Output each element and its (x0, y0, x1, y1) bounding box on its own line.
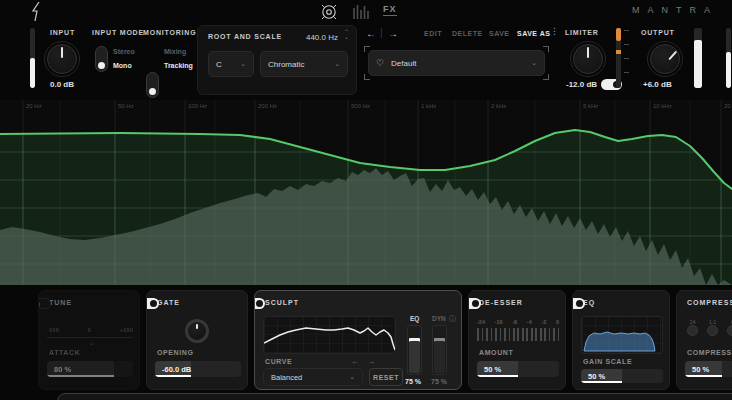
curve-next-arrow-icon[interactable]: → (367, 357, 375, 366)
input-knob[interactable] (47, 44, 77, 74)
preset-kebab-menu-icon[interactable]: ⋮ (550, 26, 559, 36)
input-mode-option-mono[interactable]: Mono (113, 62, 132, 69)
tune-range-track[interactable] (47, 337, 133, 338)
limiter-gr-meter (616, 28, 621, 88)
sculpt-dyn-slider[interactable] (432, 325, 447, 375)
output-knob[interactable] (650, 44, 680, 74)
heart-icon[interactable]: ♡ (376, 58, 384, 68)
monitoring-option-mixing[interactable]: Mixing (164, 48, 186, 55)
tuning-stepper-icon[interactable]: ⌃⌄ (344, 30, 349, 40)
output-value: +6.0 dB (643, 80, 672, 89)
sculpt-reset-button[interactable]: RESET (369, 368, 403, 386)
input-mode-option-stereo[interactable]: Stereo (113, 48, 135, 55)
curve-type-value: Balanced (271, 373, 302, 382)
preset-save-button[interactable]: SAVE (489, 30, 510, 37)
eq-toggle[interactable] (572, 298, 585, 309)
preset-edit-button[interactable]: EDIT (424, 30, 442, 37)
fx-view-icon[interactable]: FX (383, 4, 397, 16)
curve-prev-arrow-icon[interactable]: ← (351, 357, 359, 366)
deesser-gr-meter (477, 328, 559, 341)
limiter-value: -12.0 dB (566, 80, 597, 89)
meters-view-icon[interactable] (352, 4, 369, 20)
input-mode-label: INPUT MODE (92, 29, 144, 36)
sculpt-eq-slider[interactable] (407, 325, 422, 375)
sculpt-eq-label: EQ (410, 315, 419, 322)
root-note-dropdown[interactable]: C ⌄ (208, 51, 254, 77)
preset-dropdown[interactable]: ♡ Default ⌄ (368, 50, 545, 76)
gate-knob[interactable] (185, 319, 209, 343)
input-meter (30, 28, 35, 88)
tuner-view-icon[interactable] (320, 3, 338, 21)
gate-toggle[interactable] (146, 298, 159, 309)
tune-attack-slider[interactable]: 80 % (47, 361, 133, 377)
preset-next-arrow-icon[interactable]: → (388, 28, 398, 39)
limiter-knob[interactable] (573, 44, 603, 74)
tune-attack-label: ATTACK (49, 349, 80, 356)
chevron-down-icon: ⌄ (349, 373, 355, 381)
scale-dropdown[interactable]: Chromatic ⌄ (260, 51, 348, 77)
bottom-drawer-handle[interactable] (57, 393, 732, 400)
svg-text:5 kHz: 5 kHz (583, 103, 598, 109)
brand-text: MANTRA (632, 5, 718, 15)
module-deesser: DE-ESSER -24-16 -8-4 -20 AMOUNT 50 % (468, 290, 566, 390)
tune-range-caret-icon: ⌄ (89, 339, 94, 346)
svg-text:100 Hz: 100 Hz (188, 103, 207, 109)
svg-text:200 Hz: 200 Hz (258, 103, 277, 109)
deesser-toggle[interactable] (468, 298, 481, 309)
svg-text:20 Hz: 20 Hz (26, 103, 42, 109)
compressor-amount-slider[interactable]: 50 % (685, 361, 732, 377)
limiter-meter-ticks (624, 30, 630, 88)
module-eq: EQ GAIN SCALE 50 % (572, 290, 670, 390)
compressor-knob-3[interactable]: 0 (727, 319, 732, 336)
output-meter (694, 28, 702, 88)
chevron-down-icon: ⌄ (334, 60, 340, 68)
compressor-knob-1[interactable]: 24 (687, 319, 698, 336)
tune-range-scale: -1000+100 (47, 327, 133, 333)
svg-text:20 kHz: 20 kHz (724, 103, 732, 109)
chevron-down-icon: ⌄ (240, 60, 246, 68)
sculpt-title: SCULPT (265, 299, 299, 306)
preset-arrow-divider: | (380, 27, 383, 38)
root-note-value: C (216, 60, 222, 69)
svg-text:50 Hz: 50 Hz (118, 103, 134, 109)
info-icon[interactable]: ⓘ (449, 314, 456, 324)
svg-text:10 kHz: 10 kHz (653, 103, 672, 109)
chevron-down-icon: ⌄ (531, 59, 537, 67)
deesser-amount-slider[interactable]: 50 % (477, 361, 559, 377)
compressor-knob-2[interactable]: 1:1 (707, 319, 718, 336)
compressor-title: COMPRESSOR (687, 299, 732, 306)
input-mode-toggle[interactable] (95, 46, 108, 72)
plugin-window: FX MANTRA INPUT 0.0 dB INPUT MODE Stereo… (0, 0, 732, 400)
module-compressor: COMPRESSOR 24 1:1 0 COMPRESS 50 % (676, 290, 732, 390)
svg-text:2 kHz: 2 kHz (491, 103, 506, 109)
tune-title: TUNE (49, 299, 72, 306)
eq-gain-scale-slider[interactable]: 50 % (581, 369, 663, 383)
eq-curve-display[interactable] (581, 316, 663, 354)
sculpt-curve-label: CURVE (265, 358, 292, 365)
eq-gain-scale-label: GAIN SCALE (583, 358, 632, 365)
input-value: 0.0 dB (50, 80, 74, 89)
deesser-scale-labels: -24-16 -8-4 -20 (477, 319, 559, 325)
preset-save-as-button[interactable]: SAVE AS (517, 30, 550, 37)
scale-value: Chromatic (268, 60, 304, 69)
svg-text:500 Hz: 500 Hz (351, 103, 370, 109)
tune-toggle[interactable] (38, 298, 51, 309)
compressor-knobs: 24 1:1 0 (687, 319, 732, 336)
root-scale-label: ROOT AND SCALE (208, 33, 282, 40)
sculpt-curve-display[interactable] (263, 316, 396, 354)
gate-opening-slider[interactable]: -60.0 dB (155, 361, 241, 377)
compressor-amount-label: COMPRESS (687, 349, 732, 356)
preset-delete-button[interactable]: DELETE (452, 30, 483, 37)
curve-type-dropdown[interactable]: Balanced ⌄ (263, 368, 363, 386)
preset-prev-arrow-icon[interactable]: ← (366, 28, 376, 39)
monitoring-option-tracking[interactable]: Tracking (164, 62, 193, 69)
gate-opening-label: OPENING (157, 349, 193, 356)
tuning-value[interactable]: 440.0 Hz (306, 33, 338, 42)
module-sculpt: SCULPT CURVE ← → Balanced ⌄ RESET EQ DYN… (254, 290, 462, 390)
svg-text:1 kHz: 1 kHz (421, 103, 436, 109)
output-meter-right (726, 28, 731, 88)
monitoring-toggle[interactable] (146, 72, 159, 98)
module-gate: GATE OPENING -60.0 dB (146, 290, 248, 390)
spectrum-analyzer[interactable]: 20 Hz50 Hz100 Hz200 Hz500 Hz1 kHz2 kHz5 … (0, 100, 732, 285)
sculpt-toggle[interactable] (254, 298, 265, 309)
